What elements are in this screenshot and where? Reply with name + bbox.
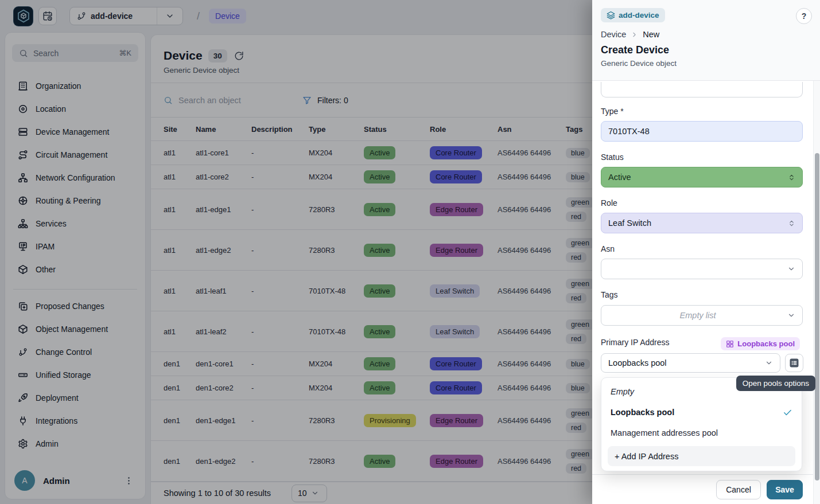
status-select[interactable]: Active (601, 167, 803, 187)
dropdown-option-management-addresses-pool[interactable]: Management addresses pool (601, 423, 802, 443)
loopbacks-pool-badge[interactable]: Loopbacks pool (721, 337, 800, 350)
select-updown-icon (788, 220, 795, 227)
grid-icon (726, 340, 734, 348)
create-device-panel: add-device ? Device New Create Device Ge… (592, 0, 820, 504)
dropdown-option-loopbacks-pool[interactable]: Loopbacks pool (601, 402, 802, 423)
primary-ip-label: Primary IP Address (601, 338, 670, 347)
panel-header: add-device ? Device New Create Device Ge… (592, 0, 820, 81)
panel-branch-badge: add-device (601, 8, 665, 22)
save-button[interactable]: Save (767, 480, 803, 499)
add-ip-address-action[interactable]: + Add IP Address (608, 446, 795, 466)
check-icon (783, 408, 792, 417)
status-label: Status (601, 153, 624, 162)
chevron-right-icon (631, 31, 638, 38)
asn-combobox[interactable] (601, 259, 803, 279)
tags-placeholder: Empty list (608, 311, 787, 320)
layers-icon (607, 11, 615, 19)
open-pools-options-button[interactable] (785, 354, 803, 372)
list-box-icon (788, 357, 800, 369)
help-button[interactable]: ? (796, 8, 812, 24)
panel-footer: Cancel Save (592, 474, 820, 504)
chevron-down-icon (787, 311, 795, 319)
pools-tooltip: Open pools options (736, 376, 815, 391)
asn-label: Asn (601, 244, 615, 253)
tags-combobox[interactable]: Empty list (601, 305, 803, 326)
role-select[interactable]: Leaf Switch (601, 213, 803, 233)
panel-title: Create Device (601, 44, 811, 56)
select-updown-icon (788, 174, 795, 181)
breadcrumb-parent[interactable]: Device (601, 30, 626, 39)
panel-breadcrumb: Device New (601, 30, 811, 39)
tags-label: Tags (601, 290, 618, 299)
breadcrumb-current: New (643, 30, 659, 39)
type-input[interactable]: 7010TX-48 (601, 121, 803, 142)
dropdown-option-label: Management addresses pool (611, 428, 718, 437)
primary-ip-dropdown: EmptyLoopbacks poolManagement addresses … (601, 377, 802, 471)
dropdown-option-label: Empty (611, 387, 634, 396)
chevron-down-icon (787, 265, 795, 273)
panel-subtitle: Generic Device object (601, 59, 811, 68)
type-label: Type * (601, 107, 624, 116)
dropdown-option-label: Loopbacks pool (611, 408, 674, 417)
panel-scrollbar[interactable] (813, 81, 820, 504)
primary-ip-select[interactable]: Loopbacks pool (601, 353, 780, 373)
partially-visible-field[interactable] (601, 82, 803, 97)
cancel-button[interactable]: Cancel (716, 480, 761, 499)
chevron-down-icon (765, 359, 773, 367)
scrollbar-thumb[interactable] (815, 153, 819, 480)
role-label: Role (601, 198, 617, 208)
